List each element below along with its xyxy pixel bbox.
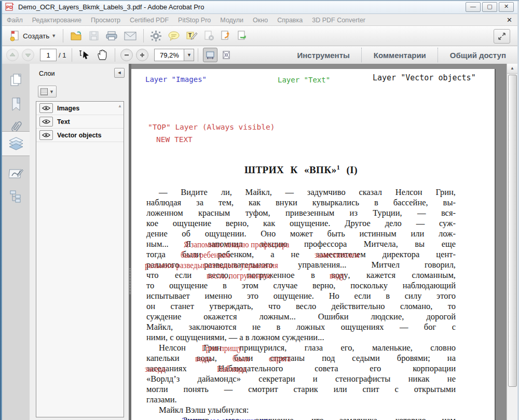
- pdf-page[interactable]: "TOP" Layer (Always visible) NEW TEXT ШТ…: [131, 69, 495, 420]
- remove-page-button[interactable]: [201, 28, 217, 44]
- menu-item[interactable]: Certified PDF: [130, 17, 169, 24]
- body-line: ложенном красным туфом, привезенным из Т…: [146, 208, 456, 218]
- layers-panel-header: Слои ◄: [30, 64, 129, 82]
- body-line: «Ворлд’з дайамондс» секретари и стеногра…: [146, 374, 456, 384]
- body-line: дение об ощущении. Оно может быть истинн…: [146, 229, 456, 239]
- print-button[interactable]: [102, 28, 121, 44]
- layer-visibility-toggle[interactable]: [39, 130, 53, 140]
- hand-tool-button[interactable]: [93, 47, 111, 63]
- acrobat-window: PD Demo_OCR_Layers_Bkmk_Labels_3.pdf - A…: [0, 0, 519, 420]
- bookmarks-panel-button[interactable]: [2, 94, 30, 115]
- export-page-button[interactable]: [217, 28, 234, 44]
- ocr-overlay-text: Наблюда: [218, 363, 251, 373]
- zoom-dropdown-button[interactable]: ▼: [184, 49, 194, 61]
- layer-name: Text: [57, 118, 70, 125]
- document-delete-icon: [204, 31, 214, 41]
- menu-item[interactable]: PitStop Pro: [178, 17, 211, 24]
- toolbar-separator: [198, 48, 198, 62]
- fit-page-button[interactable]: [220, 48, 233, 62]
- maximize-button[interactable]: ▢: [482, 2, 497, 12]
- layer-visibility-toggle[interactable]: [39, 103, 53, 113]
- content-panel-button[interactable]: [2, 186, 30, 207]
- plus-icon: [139, 52, 145, 58]
- comment-button[interactable]: [165, 28, 183, 44]
- scrolling-mode-button[interactable]: [203, 48, 217, 62]
- arrow-down-icon: [25, 52, 31, 58]
- resize-toolbar-button[interactable]: [494, 29, 510, 44]
- document-close-icon[interactable]: ✕: [507, 16, 512, 24]
- panel-action-button[interactable]: Комментарии: [362, 51, 438, 60]
- chevron-down-icon: ▼: [49, 89, 54, 94]
- document-output-icon: [237, 31, 248, 41]
- zoom-out-button[interactable]: [120, 49, 133, 61]
- layer-text-label: Layer "Text": [278, 76, 330, 84]
- layer-visibility-toggle[interactable]: [39, 117, 53, 127]
- menu-item[interactable]: Окно: [253, 17, 268, 24]
- open-folder-icon: [70, 31, 83, 41]
- body-line: что если весло, погруженное в воду, каже…: [146, 270, 456, 281]
- zoom-level-input[interactable]: [154, 49, 184, 61]
- layer-text-label: Layer "Images": [145, 75, 207, 83]
- close-button[interactable]: ✕: [499, 2, 514, 12]
- layer-row[interactable]: Vector objects: [36, 129, 124, 142]
- layer-row[interactable]: Text: [36, 115, 124, 129]
- minus-icon: [124, 52, 130, 58]
- layers-panel: Слои ◄ ▼ ▲ Images Text Vector ob: [30, 64, 129, 420]
- panel-action-button[interactable]: Инструменты: [286, 51, 361, 60]
- signatures-panel-button[interactable]: [2, 163, 30, 184]
- collapse-panel-button[interactable]: ◄: [114, 68, 125, 78]
- body-line: тогда были ребенком, а не заместителем д…: [146, 249, 456, 260]
- panel-action-button[interactable]: Общий доступ: [439, 51, 517, 60]
- menu-item[interactable]: Справка: [277, 17, 303, 24]
- body-line: ным... Я запомнил лекцию профессора Митч…: [146, 239, 456, 249]
- navigation-toolbar: / 1 ▼ ИнструментыКомментарииОбщий доступ: [2, 46, 517, 64]
- article-title: ШТРИХ К «ВПК»1 (I): [146, 164, 456, 176]
- next-page-button[interactable]: [22, 49, 34, 61]
- body-line: то ощущение в этом случае верно, посколь…: [146, 281, 456, 291]
- menu-item[interactable]: Просмотр: [91, 17, 120, 24]
- ocr-overlay-text: воду: [331, 270, 348, 280]
- window-controls: — ▢ ✕: [466, 2, 514, 12]
- pages-panel-button[interactable]: [2, 70, 30, 91]
- zoom-in-button[interactable]: [136, 49, 148, 61]
- select-tool-button[interactable]: [76, 47, 93, 63]
- ocr-overlay-text: заседа: [146, 363, 169, 373]
- edit-text-button[interactable]: T: [183, 28, 201, 44]
- gear-icon: [151, 31, 161, 41]
- layer-row[interactable]: Images: [36, 102, 124, 115]
- page-number-input[interactable]: [40, 49, 57, 61]
- layers-list: ▲ Images Text Vector objects: [36, 101, 124, 417]
- create-pdf-button[interactable]: Создать ▼: [6, 28, 59, 44]
- speech-bubble-icon: [168, 31, 180, 41]
- ocr-overlay-text: Значит, мое ощущение, что: [183, 415, 324, 420]
- article-body: — Видите ли, Майкл, — задумчиво сказал Н…: [146, 187, 456, 420]
- menu-item[interactable]: Файл: [7, 17, 23, 24]
- chevron-down-icon: ▼: [51, 33, 56, 38]
- vertical-scrollbar[interactable]: ▲: [507, 64, 517, 420]
- eye-icon: [42, 119, 50, 124]
- new-text-label: NEW TEXT: [156, 135, 193, 144]
- menu-items: ФайлРедактированиеПросмотрCertified PDFP…: [2, 15, 370, 24]
- email-button[interactable]: [121, 28, 140, 44]
- settings-button[interactable]: [147, 28, 165, 44]
- layers-options-button[interactable]: ▼: [38, 86, 57, 97]
- save-button[interactable]: [86, 28, 102, 44]
- splitter-grip-icon: [129, 269, 131, 295]
- printer-icon: [105, 31, 118, 41]
- menu-item[interactable]: Модули: [220, 17, 243, 24]
- open-file-button[interactable]: [67, 28, 86, 44]
- layer-name: Vector objects: [57, 132, 101, 139]
- scrollbar-thumb[interactable]: [508, 75, 517, 387]
- layers-panel-button[interactable]: [2, 131, 30, 156]
- list-scroll-icon: ▲: [118, 104, 122, 108]
- body-line: — Значит, мое ощущение, что земляника, к…: [146, 415, 456, 420]
- extract-page-button[interactable]: [234, 28, 251, 44]
- scroll-up-icon[interactable]: ▲: [507, 64, 517, 74]
- previous-page-button[interactable]: [6, 49, 19, 61]
- menu-item[interactable]: Редактирование: [32, 17, 81, 24]
- minimize-button[interactable]: —: [466, 2, 481, 12]
- svg-text:T: T: [188, 33, 192, 38]
- menu-item[interactable]: 3D PDF Converter: [312, 17, 365, 24]
- eye-icon: [42, 106, 50, 110]
- body-line: суждение окажется ложным... Ошибки людск…: [146, 312, 456, 322]
